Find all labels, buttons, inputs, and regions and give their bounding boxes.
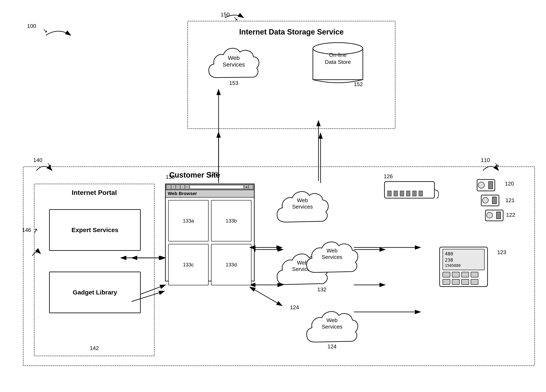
- web-browser-box: 130 < > × ⌂ ↻ ▦ ☆ Web Browser 133a: [165, 184, 254, 281]
- browser-refresh: ↻: [185, 185, 189, 189]
- svg-rect-17: [413, 191, 416, 196]
- svg-text:480: 480: [445, 251, 453, 256]
- svg-rect-33: [443, 272, 450, 277]
- svg-text:238: 238: [445, 258, 453, 263]
- svg-rect-21: [488, 182, 493, 189]
- web-services-127-label: WebServices: [292, 197, 313, 210]
- ref-130: 130: [166, 174, 175, 180]
- browser-address: [190, 185, 244, 189]
- expert-services-box: Expert Services: [49, 209, 141, 251]
- browser-stop: ×: [176, 185, 180, 189]
- browser-forward: >: [171, 185, 175, 189]
- svg-point-26: [487, 212, 493, 218]
- gadget-133b: 133b: [211, 200, 252, 241]
- svg-rect-35: [462, 272, 469, 277]
- gadget-133c: 133c: [168, 244, 208, 285]
- svg-rect-16: [406, 191, 410, 196]
- internet-portal-title: Internet Portal: [72, 189, 117, 196]
- expert-services-label: Expert Services: [72, 227, 118, 234]
- internet-portal-box: Internet Portal Expert Services Gadget L…: [34, 184, 155, 356]
- online-data-store: On-lineData Store 152: [309, 40, 367, 88]
- ref-124-label: 124: [327, 343, 336, 350]
- diagram: 100 ↘ 150 ↘ Internet Data Storage Servic…: [0, 0, 546, 392]
- svg-rect-13: [388, 191, 391, 196]
- browser-content: 133a 133b 133c 133d: [166, 197, 254, 288]
- svg-rect-18: [419, 191, 422, 196]
- svg-point-20: [478, 182, 484, 188]
- web-browser-label: Web Browser: [168, 191, 197, 196]
- web-services-127-cloud: WebServices: [273, 184, 332, 231]
- ref-126: 126: [384, 173, 393, 180]
- network-device-126: [382, 179, 441, 209]
- ref-120: 120: [505, 181, 514, 187]
- svg-rect-37: [443, 279, 450, 285]
- web-services-153-label: Web Services: [222, 55, 245, 68]
- browser-home: ⌂: [181, 185, 184, 189]
- online-data-store-label: On-lineData Store: [325, 52, 351, 65]
- svg-rect-39: [462, 279, 469, 285]
- browser-toolbar: < > × ⌂ ↻ ▦ ☆: [166, 184, 254, 190]
- web-services-127-cloud-pos: WebServices: [303, 234, 361, 282]
- internet-data-storage-title: Internet Data Storage Service: [239, 28, 344, 36]
- ref-122: 122: [506, 212, 515, 218]
- gadget-library-box: Gadget Library: [49, 272, 141, 313]
- browser-go: ▦: [244, 185, 248, 189]
- ref-140: 140: [33, 157, 42, 164]
- ref-124: 124: [290, 304, 299, 311]
- ref-123: 123: [497, 249, 506, 256]
- svg-rect-40: [471, 279, 478, 285]
- web-services-124-cloud: WebServices 124: [303, 303, 361, 351]
- svg-rect-14: [394, 191, 397, 196]
- browser-title-bar: Web Browser: [166, 190, 254, 197]
- svg-rect-15: [400, 191, 404, 196]
- gadget-library-label: Gadget Library: [73, 289, 117, 296]
- svg-rect-36: [471, 272, 478, 277]
- ref-132: 132: [318, 286, 326, 293]
- svg-rect-34: [452, 272, 459, 277]
- svg-point-23: [482, 197, 488, 203]
- internet-data-storage-box: Internet Data Storage Service Web Servic…: [187, 21, 396, 129]
- device-122: [484, 209, 509, 227]
- browser-fav: ☆: [249, 185, 253, 189]
- ref-152: 152: [354, 81, 363, 88]
- browser-back: <: [167, 185, 171, 189]
- svg-rect-24: [492, 197, 496, 204]
- ref-153: 153: [229, 80, 238, 86]
- web-services-124-label: WebServices: [322, 317, 342, 330]
- ref-127: 127: [209, 171, 218, 177]
- ref-121: 121: [506, 197, 514, 204]
- svg-rect-38: [452, 279, 459, 285]
- svg-rect-27: [496, 212, 501, 219]
- ref-100: 100: [27, 23, 36, 29]
- ref-110: 110: [481, 157, 490, 164]
- ref-150: 150: [221, 12, 230, 18]
- web-services-153-cloud: Web Services 153: [205, 40, 263, 88]
- ref-142: 142: [90, 345, 99, 351]
- web-services-127-pos-label: WebServices: [322, 247, 342, 260]
- device-123: 480 238 1505880: [439, 246, 493, 294]
- svg-text:1505880: 1505880: [445, 263, 461, 268]
- gadget-133a: 133a: [168, 200, 208, 241]
- outer-site-box: Customer Site 127 Internet Portal Expert…: [23, 166, 535, 366]
- gadget-133d: 133d: [211, 244, 252, 285]
- ref-146: 146: [22, 227, 31, 233]
